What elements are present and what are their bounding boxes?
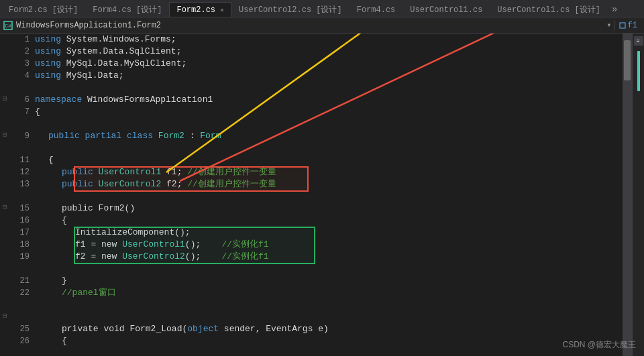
tab-form2-design[interactable]: Form2.cs [设计] [1, 2, 85, 17]
code-line-2: using System.Data.SqlClient; [35, 46, 623, 58]
code-line-21: } [35, 275, 623, 287]
code-line-16: { [35, 215, 623, 227]
address-dropdown-icon[interactable]: ▾ [606, 20, 611, 30]
namespace-icon: C# [3, 20, 13, 31]
code-line-12: public UserControl1 f1; //创建用户控件一变量 [35, 166, 623, 178]
code-line-18: f1 = new UserControl1(); //实例化f1 [35, 239, 623, 251]
code-line-8 [35, 118, 623, 130]
address-bar: C# WindowsFormsApplication1.Form2 ▾ f1 [0, 17, 644, 34]
tab-form2-cs[interactable]: Form2.cs ✕ [169, 2, 231, 17]
code-line-24 [35, 311, 623, 323]
tab-label: Form2.cs [设计] [9, 4, 78, 15]
svg-text:C#: C# [5, 23, 11, 29]
code-line-14 [35, 190, 623, 202]
line-numbers: 1234 67 9 111213 1516171819 2122 2526 28… [13, 34, 32, 356]
code-line-6: namespace WindowsFormsApplication1 [35, 94, 623, 106]
tab-close-icon[interactable]: ✕ [220, 6, 224, 14]
tab-label: Form4.cs [设计] [93, 4, 162, 15]
tab-label: Form2.cs [176, 5, 215, 15]
address-path: WindowsFormsApplication1.Form2 [16, 21, 604, 30]
code-line-10 [35, 142, 623, 154]
tab-label: UserControl1.cs [410, 5, 482, 15]
f1-indicator: f1 [614, 21, 641, 30]
code-line-25: private void Form2_Load(object sender, E… [35, 323, 623, 335]
code-line-11: { [35, 154, 623, 166]
right-panel: ≡ [632, 34, 644, 356]
code-line-1: using System.Windows.Forms; [35, 34, 623, 46]
f1-label: f1 [628, 21, 637, 30]
code-line-26: { [35, 335, 623, 347]
code-line-23 [35, 299, 623, 311]
collapse-namespace[interactable]: ⊟ [3, 94, 7, 103]
code-line-17: InitializeComponent(); [35, 227, 623, 239]
tab-overflow-button[interactable]: » [608, 2, 621, 17]
code-line-5 [35, 82, 623, 94]
tab-label: UserControl2.cs [设计] [239, 4, 342, 15]
code-container: ⊟ ⊟ ⊟ ⊟ 1234 67 9 111213 1516171819 2122… [0, 34, 644, 356]
collapse-constructor[interactable]: ⊟ [3, 202, 7, 211]
code-line-13: public UserControl2 f2; //创建用户控件一变量 [35, 178, 623, 190]
code-line-27 [35, 347, 623, 356]
tab-uc1-design[interactable]: UserControl1.cs [设计] [490, 2, 608, 17]
tab-label: Form4.cs [357, 5, 396, 15]
code-line-7: { [35, 106, 623, 118]
collapse-form-load[interactable]: ⊟ [3, 311, 7, 320]
svg-rect-2 [620, 23, 625, 28]
collapse-gutter: ⊟ ⊟ ⊟ ⊟ [0, 34, 13, 356]
vertical-scrollbar[interactable] [623, 34, 632, 356]
tab-form4-design[interactable]: Form4.cs [设计] [85, 2, 169, 17]
collapse-class[interactable]: ⊟ [3, 130, 7, 139]
tab-bar: Form2.cs [设计] Form4.cs [设计] Form2.cs ✕ U… [0, 0, 644, 17]
code-line-20 [35, 263, 623, 275]
panel-btn-1[interactable]: ≡ [634, 36, 643, 46]
code-map-indicator [637, 51, 640, 91]
scrollbar-thumb[interactable] [624, 40, 631, 80]
code-line-9: public partial class Form2 : Form [35, 130, 623, 142]
code-line-15: public Form2() [35, 202, 623, 215]
code-line-22: //panel窗口 [35, 287, 623, 299]
code-line-4: using MySql.Data; [35, 70, 623, 82]
tab-uc1-cs[interactable]: UserControl1.cs [402, 2, 490, 17]
tab-form4-cs[interactable]: Form4.cs [350, 2, 403, 17]
watermark: CSDN @德宏大魔王 [562, 339, 636, 351]
code-line-19: f2 = new UserControl2(); //实例化f1 [35, 251, 623, 263]
tab-uc2-design[interactable]: UserControl2.cs [设计] [231, 2, 350, 17]
tab-label: UserControl1.cs [设计] [497, 4, 600, 15]
code-editor[interactable]: using System.Windows.Forms; using System… [32, 34, 623, 356]
code-line-3: using MySql.Data.MySqlClient; [35, 58, 623, 70]
